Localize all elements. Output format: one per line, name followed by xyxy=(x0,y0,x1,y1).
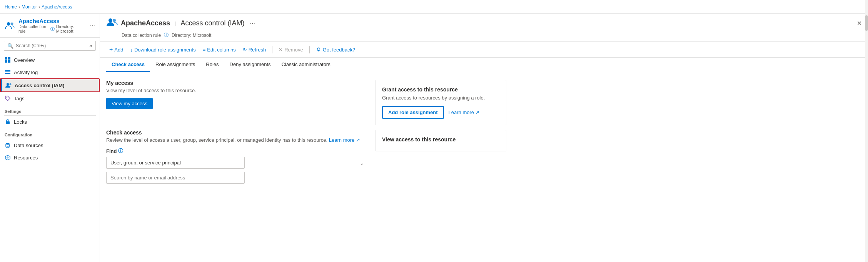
scrollbar-track[interactable] xyxy=(865,0,868,262)
check-access-learn-more[interactable]: Learn more ↗ xyxy=(329,137,360,143)
breadcrumb: Home › Monitor › ApacheAccess xyxy=(5,4,72,10)
resource-header: ApacheAccess | Access control (IAM) ··· … xyxy=(100,14,868,42)
resource-icon xyxy=(5,20,15,31)
cube-icon xyxy=(5,154,11,161)
add-role-assignment-button[interactable]: Add role assignment xyxy=(382,106,444,119)
collapse-icon[interactable]: « xyxy=(89,43,92,49)
refresh-button[interactable]: ↻ Refresh xyxy=(240,45,269,55)
grant-access-desc: Grant access to resources by assigning a… xyxy=(382,95,500,101)
sidebar-item-access-control[interactable]: Access control (IAM) xyxy=(0,78,100,92)
feedback-button[interactable]: Got feedback? xyxy=(313,45,359,55)
resource-title-row: ApacheAccess | Access control (IAM) ··· … xyxy=(106,17,862,30)
svg-rect-3 xyxy=(8,57,10,60)
svg-rect-6 xyxy=(5,70,10,71)
sidebar-item-overview[interactable]: Overview xyxy=(0,54,100,66)
tag-icon xyxy=(5,95,11,101)
feedback-icon xyxy=(316,46,321,53)
remove-button[interactable]: ✕ Remove xyxy=(275,45,306,55)
list-icon xyxy=(5,69,11,75)
tab-classic-administrators[interactable]: Classic administrators xyxy=(276,58,336,72)
breadcrumb-resource[interactable]: ApacheAccess xyxy=(42,4,72,10)
check-access-desc: Review the level of access a user, group… xyxy=(106,137,368,143)
sidebar-title-area: ApacheAccess Data collection rule ⓘ Dire… xyxy=(18,18,87,33)
svg-point-15 xyxy=(108,18,112,22)
meta-info-icon[interactable]: ⓘ xyxy=(164,32,169,38)
section-divider xyxy=(106,123,368,123)
tab-roles[interactable]: Roles xyxy=(200,58,224,72)
sidebar-item-activity-log[interactable]: Activity log xyxy=(0,66,100,78)
svg-point-17 xyxy=(317,48,320,50)
download-icon: ↓ xyxy=(130,47,133,53)
resource-page-title: Access control (IAM) xyxy=(180,19,244,27)
svg-rect-12 xyxy=(6,121,10,124)
breadcrumb-monitor[interactable]: Monitor xyxy=(22,4,37,10)
sidebar-item-locks[interactable]: Locks xyxy=(0,116,100,128)
view-access-card: View access to this resource xyxy=(376,130,506,151)
more-options-icon[interactable]: ··· xyxy=(90,22,95,29)
tab-deny-assignments[interactable]: Deny assignments xyxy=(224,58,276,72)
svg-rect-8 xyxy=(5,73,10,74)
right-panel: Grant access to this resource Grant acce… xyxy=(376,80,506,254)
left-panel: My access View my level of access to thi… xyxy=(106,80,368,254)
search-input-wrapper xyxy=(106,172,245,184)
svg-point-11 xyxy=(7,97,7,98)
check-access-section: Check access Review the level of access … xyxy=(106,129,368,184)
toolbar: + Add ↓ Download role assignments ≡ Edit… xyxy=(100,42,868,58)
my-access-section: My access View my level of access to thi… xyxy=(106,80,368,117)
sidebar-item-resources[interactable]: Resources xyxy=(0,151,100,164)
content-area: My access View my level of access to thi… xyxy=(100,72,868,262)
breadcrumb-sep2: › xyxy=(38,4,40,10)
svg-point-13 xyxy=(6,143,10,145)
database-icon xyxy=(5,142,11,148)
download-button[interactable]: ↓ Download role assignments xyxy=(127,45,199,55)
main-content: ApacheAccess | Access control (IAM) ··· … xyxy=(100,14,868,262)
svg-rect-2 xyxy=(5,57,7,60)
resource-more-icon[interactable]: ··· xyxy=(250,20,255,27)
svg-point-0 xyxy=(7,22,10,25)
lock-icon xyxy=(5,119,11,125)
breadcrumb-home[interactable]: Home xyxy=(5,4,17,10)
external-link-icon: ↗ xyxy=(475,109,479,115)
sidebar-nav: Overview Activity log Access cont xyxy=(0,54,100,262)
top-header: Home › Monitor › ApacheAccess xyxy=(0,0,868,14)
search-icon: 🔍 xyxy=(7,43,13,49)
app-layout: ApacheAccess Data collection rule ⓘ Dire… xyxy=(0,14,868,262)
view-my-access-button[interactable]: View my access xyxy=(106,98,153,109)
people-icon xyxy=(5,20,15,31)
remove-icon: ✕ xyxy=(279,47,283,53)
my-access-desc: View my level of access to this resource… xyxy=(106,88,368,93)
svg-point-1 xyxy=(11,22,13,25)
chevron-down-icon: ⌄ xyxy=(360,160,364,166)
svg-rect-5 xyxy=(8,60,10,63)
grant-access-title: Grant access to this resource xyxy=(382,86,500,93)
find-label: Find ⓘ xyxy=(106,148,368,154)
grant-access-actions: Add role assignment Learn more ↗ xyxy=(382,106,500,119)
tabs: Check access Role assignments Roles Deny… xyxy=(100,58,868,72)
settings-section-label: Settings xyxy=(0,104,100,115)
edit-columns-button[interactable]: ≡ Edit columns xyxy=(200,45,239,55)
tab-check-access[interactable]: Check access xyxy=(106,58,150,72)
my-access-title: My access xyxy=(106,80,368,86)
sidebar: ApacheAccess Data collection rule ⓘ Dire… xyxy=(0,14,100,262)
sidebar-item-tags[interactable]: Tags xyxy=(0,92,100,104)
resource-meta: Data collection rule ⓘ Directory: Micros… xyxy=(106,31,862,41)
sidebar-item-data-sources[interactable]: Data sources xyxy=(0,139,100,151)
breadcrumb-sep1: › xyxy=(18,4,20,10)
grant-access-learn-more[interactable]: Learn more ↗ xyxy=(449,109,479,115)
find-info-icon[interactable]: ⓘ xyxy=(118,148,123,154)
view-access-title: View access to this resource xyxy=(382,136,500,143)
toolbar-separator xyxy=(272,46,272,53)
refresh-icon: ↻ xyxy=(243,47,247,53)
search-input[interactable] xyxy=(16,43,85,48)
tab-role-assignments[interactable]: Role assignments xyxy=(150,58,200,72)
search-by-name-input[interactable] xyxy=(106,172,245,184)
grant-access-card: Grant access to this resource Grant acce… xyxy=(376,80,506,125)
close-button[interactable]: ✕ xyxy=(857,20,862,27)
svg-rect-4 xyxy=(5,60,7,63)
find-dropdown[interactable]: User, group, or service principal Manage… xyxy=(106,157,245,169)
search-box[interactable]: 🔍 « xyxy=(4,41,96,51)
sidebar-header: ApacheAccess Data collection rule ⓘ Dire… xyxy=(0,14,100,38)
add-button[interactable]: + Add xyxy=(106,44,126,55)
sidebar-resource-name: ApacheAccess xyxy=(18,18,87,24)
scrollbar-thumb[interactable] xyxy=(865,15,868,31)
